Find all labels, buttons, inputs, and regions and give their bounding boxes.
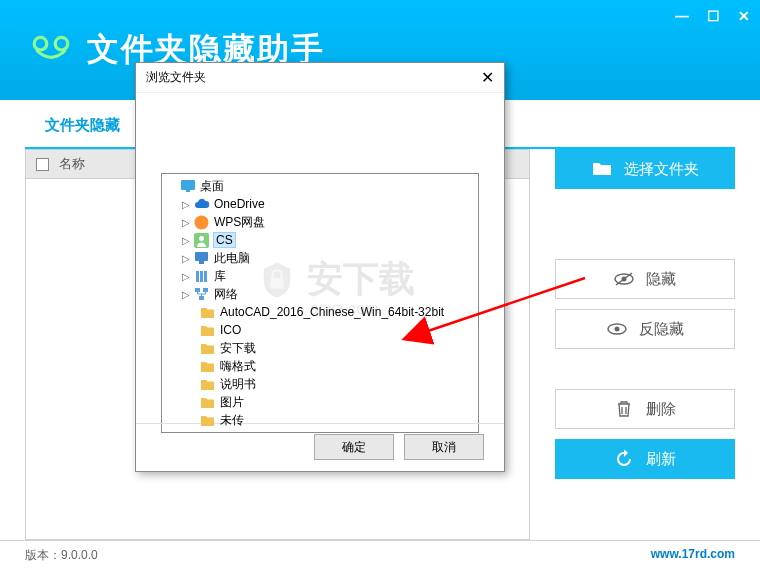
tree-item-label: CS: [214, 233, 235, 247]
tree-item[interactable]: ▷此电脑: [165, 249, 475, 267]
tree-item-label: AutoCAD_2016_Chinese_Win_64bit-32bit: [220, 305, 444, 319]
tree-item-label: 安下载: [220, 340, 256, 357]
expand-arrow-icon[interactable]: ▷: [179, 217, 193, 228]
tree-item[interactable]: 安下载: [165, 339, 475, 357]
tree-item-label: OneDrive: [214, 197, 265, 211]
dialog-body: 桌面▷OneDrive▷WPS网盘▷CS▷此电脑▷库▷网络AutoCAD_201…: [136, 93, 504, 423]
tree-item-label: 桌面: [200, 178, 224, 195]
svg-rect-16: [204, 271, 207, 282]
refresh-icon: [614, 450, 634, 468]
svg-rect-18: [203, 288, 208, 292]
expand-arrow-icon[interactable]: ▷: [179, 235, 193, 246]
hide-button[interactable]: 隐藏: [555, 259, 735, 299]
side-buttons: 选择文件夹 隐藏 反隐藏: [555, 149, 735, 540]
tree-item[interactable]: 说明书: [165, 375, 475, 393]
delete-label: 删除: [646, 400, 676, 419]
ok-button[interactable]: 确定: [314, 434, 394, 460]
minimize-button[interactable]: —: [675, 8, 689, 24]
refresh-button[interactable]: 刷新: [555, 439, 735, 479]
folder-tree[interactable]: 桌面▷OneDrive▷WPS网盘▷CS▷此电脑▷库▷网络AutoCAD_201…: [161, 173, 479, 433]
version-text: 版本：9.0.0.0: [25, 547, 98, 564]
dialog-title: 浏览文件夹: [146, 69, 206, 86]
expand-arrow-icon[interactable]: ▷: [179, 289, 193, 300]
folder-icon: [199, 413, 216, 428]
unhide-label: 反隐藏: [639, 320, 684, 339]
svg-rect-14: [196, 271, 199, 282]
select-all-checkbox[interactable]: [36, 158, 49, 171]
footer-link[interactable]: www.17rd.com: [651, 547, 735, 564]
folder-icon: [199, 359, 216, 374]
expand-arrow-icon[interactable]: ▷: [179, 271, 193, 282]
user-icon: [193, 233, 210, 248]
svg-point-6: [614, 327, 619, 332]
svg-rect-17: [195, 288, 200, 292]
tree-item-label: 说明书: [220, 376, 256, 393]
svg-rect-12: [195, 252, 208, 261]
column-name: 名称: [59, 155, 85, 173]
tree-item[interactable]: ▷OneDrive: [165, 195, 475, 213]
folder-icon: [199, 341, 216, 356]
svg-rect-13: [199, 261, 204, 264]
tree-item-label: ICO: [220, 323, 241, 337]
tree-item-label: 未传: [220, 412, 244, 429]
svg-point-9: [195, 215, 209, 229]
app-logo-icon: [30, 29, 72, 71]
eye-icon: [607, 320, 627, 338]
maximize-button[interactable]: ☐: [707, 8, 720, 24]
tree-item-label: 网络: [214, 286, 238, 303]
expand-arrow-icon[interactable]: ▷: [179, 253, 193, 264]
folder-icon: [199, 395, 216, 410]
dialog-buttons: 确定 取消: [136, 423, 504, 470]
net-icon: [193, 287, 210, 302]
svg-rect-15: [200, 271, 203, 282]
delete-button[interactable]: 删除: [555, 389, 735, 429]
trash-icon: [614, 400, 634, 418]
tree-item[interactable]: 嗨格式: [165, 357, 475, 375]
tree-item[interactable]: 桌面: [165, 177, 475, 195]
folder-icon: [199, 305, 216, 320]
hide-label: 隐藏: [646, 270, 676, 289]
refresh-label: 刷新: [646, 450, 676, 469]
eye-slash-icon: [614, 270, 634, 288]
tree-item-label: 嗨格式: [220, 358, 256, 375]
folder-icon: [592, 160, 612, 178]
unhide-button[interactable]: 反隐藏: [555, 309, 735, 349]
tree-item[interactable]: ▷CS: [165, 231, 475, 249]
pc-icon: [193, 251, 210, 266]
tree-item[interactable]: ICO: [165, 321, 475, 339]
svg-rect-19: [199, 296, 204, 300]
folder-icon: [199, 323, 216, 338]
wps-icon: [193, 215, 210, 230]
svg-rect-8: [186, 190, 190, 192]
tree-item[interactable]: 图片: [165, 393, 475, 411]
tree-item-label: 库: [214, 268, 226, 285]
browse-folder-dialog: 浏览文件夹 ✕ 桌面▷OneDrive▷WPS网盘▷CS▷此电脑▷库▷网络Aut…: [135, 62, 505, 472]
tree-item-label: WPS网盘: [214, 214, 265, 231]
footer: 版本：9.0.0.0 www.17rd.com: [0, 540, 760, 570]
expand-arrow-icon[interactable]: ▷: [179, 199, 193, 210]
tree-item[interactable]: ▷WPS网盘: [165, 213, 475, 231]
svg-point-1: [55, 37, 68, 50]
cloud-icon: [193, 197, 210, 212]
desktop-icon: [179, 179, 196, 194]
select-folder-button[interactable]: 选择文件夹: [555, 149, 735, 189]
folder-icon: [199, 377, 216, 392]
tree-item[interactable]: AutoCAD_2016_Chinese_Win_64bit-32bit: [165, 303, 475, 321]
svg-point-0: [34, 37, 47, 50]
tree-item[interactable]: ▷库: [165, 267, 475, 285]
tree-item[interactable]: ▷网络: [165, 285, 475, 303]
window-controls: — ☐ ✕: [675, 8, 750, 24]
dialog-close-button[interactable]: ✕: [481, 68, 494, 87]
svg-point-11: [199, 236, 204, 241]
dialog-header: 浏览文件夹 ✕: [136, 63, 504, 93]
select-folder-label: 选择文件夹: [624, 160, 699, 179]
close-button[interactable]: ✕: [738, 8, 750, 24]
svg-rect-7: [181, 180, 195, 190]
lib-icon: [193, 269, 210, 284]
tree-item-label: 此电脑: [214, 250, 250, 267]
tree-item-label: 图片: [220, 394, 244, 411]
cancel-button[interactable]: 取消: [404, 434, 484, 460]
